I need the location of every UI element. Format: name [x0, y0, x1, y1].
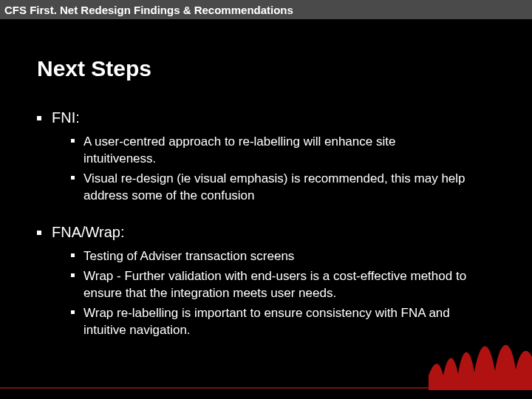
list-item: Wrap - Further validation with end-users…: [71, 268, 495, 302]
footer-divider: [0, 387, 532, 389]
square-bullet-icon: [71, 273, 75, 277]
sub-item-text: Testing of Adviser transaction screens: [83, 248, 294, 265]
header-bar: CFS First. Net Redesign Findings & Recom…: [0, 0, 532, 19]
list-item: FNA/Wrap: Testing of Adviser transaction…: [37, 224, 495, 339]
sub-item-text: Wrap - Further validation with end-users…: [83, 268, 468, 302]
sub-item-text: Visual re-design (ie visual emphasis) is…: [83, 171, 468, 205]
section-label: FNI:: [52, 109, 80, 126]
list-item: Testing of Adviser transaction screens: [71, 248, 495, 265]
bullet-list: FNI: A user-centred approach to re-label…: [37, 109, 495, 338]
square-bullet-icon: [71, 139, 75, 143]
sub-item-text: Wrap re-labelling is important to ensure…: [83, 305, 468, 339]
header-title: CFS First. Net Redesign Findings & Recom…: [4, 4, 293, 16]
list-item: Visual re-design (ie visual emphasis) is…: [71, 171, 495, 205]
sub-bullet-list: Testing of Adviser transaction screens W…: [37, 248, 495, 339]
slide-content: Next Steps FNI: A user-centred approach …: [0, 19, 532, 338]
slide-title: Next Steps: [37, 56, 495, 81]
list-item: A user-centred approach to re-labelling …: [71, 134, 495, 168]
list-item: FNI: A user-centred approach to re-label…: [37, 109, 495, 205]
square-bullet-icon: [37, 231, 41, 235]
square-bullet-icon: [71, 310, 75, 314]
sub-item-text: A user-centred approach to re-labelling …: [83, 134, 468, 168]
sub-bullet-list: A user-centred approach to re-labelling …: [37, 134, 495, 205]
section-label: FNA/Wrap:: [52, 224, 125, 241]
square-bullet-icon: [37, 116, 41, 120]
square-bullet-icon: [71, 176, 75, 180]
square-bullet-icon: [71, 253, 75, 257]
list-item: Wrap re-labelling is important to ensure…: [71, 305, 495, 339]
